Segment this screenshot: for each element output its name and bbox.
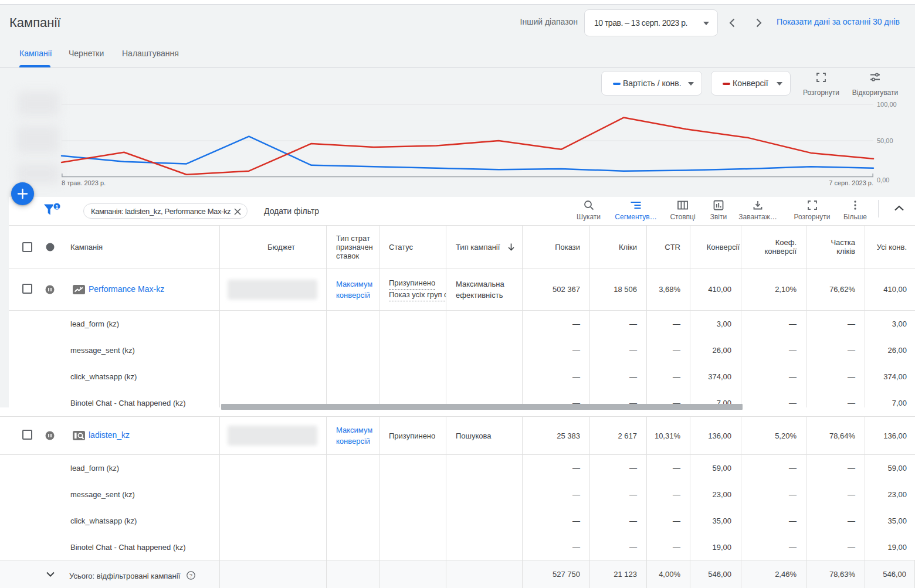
header-campaign[interactable]: Кампанія	[70, 243, 103, 251]
help-icon[interactable]: ?	[187, 571, 195, 580]
select-all-checkbox[interactable]	[22, 242, 32, 252]
header-impressions[interactable]: Покази	[523, 226, 590, 268]
budget-redacted	[228, 280, 317, 300]
conversion-action-label: Binotel Chat - Chat happened (kz)	[70, 543, 186, 552]
conversions-value: 35,00	[690, 508, 741, 534]
click-share-dash: —	[806, 337, 865, 363]
add-campaign-fab[interactable]	[11, 182, 34, 205]
status-cell[interactable]: ПризупиненоПоказ усіх груп о	[379, 268, 446, 310]
google-ads-campaigns-page: Кампанії Інший діапазон 10 трав. – 13 се…	[0, 0, 915, 588]
other-range-label: Інший діапазон	[520, 17, 578, 26]
clicks-dash: —	[590, 481, 647, 508]
header-click-share[interactable]: Часткакліків	[806, 226, 865, 268]
tab-drafts[interactable]: Чернетки	[69, 49, 104, 58]
conversion-subrow: message_sent (kz) — — — 23,00 — — 23,00	[0, 481, 915, 508]
show-last-30-days-link[interactable]: Показати дані за останні 30 днів	[777, 17, 900, 26]
conversion-action-label: click_whatsapp (kz)	[70, 516, 137, 525]
conversion-subrow: lead_form (kz) — — — 3,00 — — 3,00	[0, 311, 915, 337]
filter-toolbar: 1 Кампанія: ladisten_kz, Performance Max…	[0, 197, 915, 226]
impressions-dash: —	[523, 455, 590, 481]
more-button[interactable]: Більше	[840, 199, 870, 221]
paused-status-icon[interactable]	[45, 431, 55, 440]
status-dot-icon[interactable]	[46, 243, 55, 251]
conv-rate-dash: —	[741, 363, 806, 390]
header-campaign-type[interactable]: Тип кампанії	[446, 226, 523, 268]
header-all-conv[interactable]: Усі конв.	[865, 226, 915, 268]
header-status[interactable]: Статус	[379, 226, 446, 268]
all-conv-value: 35,00	[865, 508, 915, 534]
search-button[interactable]: Шукати	[565, 199, 612, 221]
download-button[interactable]: Завантаж…	[737, 199, 779, 221]
conv-rate-value: 5,20%	[741, 417, 806, 454]
click-share-value: 76,62%	[806, 268, 865, 310]
plus-icon	[17, 188, 28, 199]
horizontal-scrollbar[interactable]	[221, 404, 743, 410]
y-tick-0: 0,00	[877, 176, 889, 183]
metric-selector-label: Вартість / конв.	[623, 79, 682, 88]
conversion-action-label: Binotel Chat - Chat happened (kz)	[70, 399, 186, 407]
totals-row: Усього: відфільтровані кампанії ? 527 75…	[0, 560, 915, 588]
tab-settings[interactable]: Налаштування	[122, 49, 179, 58]
conversion-subrow: Binotel Chat - Chat happened (kz) — — — …	[0, 534, 915, 560]
chart-line-cost-per-conv	[62, 137, 873, 171]
clicks-dash: —	[590, 363, 647, 390]
more-vert-icon	[840, 199, 870, 211]
chart-line-conversions	[62, 118, 873, 175]
conversions-value: 23,00	[690, 481, 741, 508]
ctr-value: 10,31%	[647, 417, 690, 454]
campaign-name-link[interactable]: ladisten_kz	[89, 430, 130, 440]
conversions-value: 136,00	[690, 417, 741, 454]
header-budget[interactable]: Бюджет	[220, 226, 327, 268]
chevron-down-icon[interactable]	[45, 570, 56, 579]
header-bid-strategy[interactable]: Тип страт призначен ставок	[327, 226, 379, 268]
expand-icon	[803, 72, 839, 84]
paused-status-icon[interactable]	[45, 285, 55, 294]
chart-adjust-button[interactable]: Відкоригувати	[849, 72, 901, 97]
row-checkbox[interactable]	[22, 430, 32, 440]
columns-button[interactable]: Стовпці	[665, 199, 700, 221]
metric-selector-cost-per-conv[interactable]: Вартість / конв.	[601, 71, 702, 96]
header-clicks[interactable]: Кліки	[590, 226, 647, 268]
clicks-dash: —	[590, 455, 647, 481]
bid-strategy-link[interactable]: Максимумконверсій	[327, 268, 379, 310]
conversion-action-label: lead_form (kz)	[70, 464, 119, 473]
bid-strategy-link[interactable]: Максимумконверсій	[327, 417, 379, 454]
ctr-dash: —	[647, 508, 690, 534]
conversion-subrow: click_whatsapp (kz) — — — 374,00 — — 374…	[0, 363, 915, 390]
close-icon[interactable]	[233, 208, 242, 216]
ctr-dash: —	[647, 534, 690, 560]
svg-text:?: ?	[189, 572, 192, 579]
click-share-dash: —	[806, 508, 865, 534]
campaign-filter-chip[interactable]: Кампанія: ladisten_kz, Performance Max-k…	[83, 203, 248, 219]
click-share-value: 78,64%	[806, 417, 865, 454]
add-filter-button[interactable]: Додати фільтр	[264, 206, 319, 216]
date-range-selector[interactable]: 10 трав. – 13 серп. 2023 р.	[584, 9, 718, 36]
next-range-button[interactable]	[752, 16, 765, 29]
expand-table-button[interactable]: Розгорнути	[787, 199, 838, 221]
reports-button[interactable]: Звіти	[704, 199, 733, 221]
collapse-table-chevron[interactable]	[892, 202, 906, 216]
status-cell: Призупинено	[379, 417, 446, 454]
header-conv-rate[interactable]: Коеф.конверсії	[741, 226, 806, 268]
date-range-value: 10 трав. – 13 серп. 2023 р.	[594, 18, 687, 28]
filter-count-badge: 1	[55, 203, 59, 210]
click-share-dash: —	[806, 481, 865, 508]
header-conversions[interactable]: Конверсії	[690, 226, 741, 268]
campaign-name-link[interactable]: Performance Max-kz	[89, 284, 164, 294]
all-conv-value: 19,00	[865, 534, 915, 560]
campaign-row-ladisten: ladisten_kz Максимумконверсій Призупинен…	[0, 417, 915, 455]
prev-range-button[interactable]	[726, 16, 739, 29]
chevron-down-icon	[688, 82, 694, 86]
filter-funnel-icon[interactable]: 1	[43, 202, 62, 217]
segment-button[interactable]: Сегментув…	[614, 199, 658, 221]
header-ctr[interactable]: CTR	[647, 226, 690, 268]
conversions-value: 410,00	[690, 268, 741, 310]
ctr-dash: —	[647, 311, 690, 337]
metric-selector-conversions[interactable]: Конверсії	[711, 71, 791, 96]
search-campaign-icon	[73, 431, 85, 440]
row-checkbox[interactable]	[22, 284, 32, 294]
chart-expand-button[interactable]: Розгорнути	[803, 72, 839, 97]
impressions-dash: —	[523, 508, 590, 534]
tab-campaigns[interactable]: Кампанії	[19, 49, 52, 58]
conv-rate-value: 2,10%	[741, 268, 806, 310]
